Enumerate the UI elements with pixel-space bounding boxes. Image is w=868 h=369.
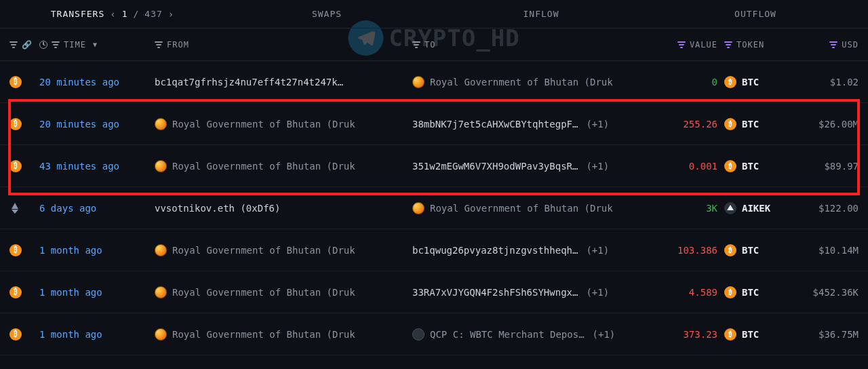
value-amount: 4.589 [689, 287, 717, 298]
bitcoin-icon: ₿ [724, 244, 736, 256]
filter-icon [724, 41, 732, 48]
token-icon [724, 202, 736, 214]
filter-icon [412, 41, 420, 48]
time-text: 6 days ago [39, 203, 96, 214]
time-text: 1 month ago [39, 245, 102, 256]
usd-value: $452.36K [813, 287, 859, 298]
entity-label: Royal Government of Bhutan (Druk [172, 287, 355, 298]
token-symbol: BTC [742, 245, 759, 256]
to-entity[interactable]: Royal Government of Bhutan (Druk [412, 76, 613, 88]
tab-inflow[interactable]: INFLOW [434, 9, 648, 19]
filter-icon [52, 41, 60, 48]
filter-icon [677, 41, 686, 48]
clock-icon [39, 41, 47, 49]
from-address[interactable]: bc1qat7gfrhsjz4nu7eff4t27n4t247k… [155, 77, 343, 88]
time-text: 43 minutes ago [39, 161, 119, 172]
token-symbol: AIKEK [742, 203, 770, 214]
entity-label: Royal Government of Bhutan (Druk [172, 161, 355, 172]
to-entity[interactable]: QCP C: WBTC Merchant Depos… [412, 328, 585, 341]
pager-sep: / [133, 9, 139, 19]
token-cell[interactable]: ₿BTC [724, 118, 759, 130]
pager-prev-icon[interactable]: ‹ [110, 9, 116, 20]
pager: ‹ 1 / 437 › [110, 9, 174, 20]
filter-icon [155, 41, 163, 48]
tabs-bar: TRANSFERS ‹ 1 / 437 › SWAPS INFLOW OUTFL… [0, 0, 868, 28]
table-header: 🔗 TIME ▼ FROM TO VALUE TOKEN USD [0, 28, 868, 61]
overflow-count: (+1) [586, 287, 609, 298]
token-cell[interactable]: AIKEK [724, 202, 770, 214]
from-entity[interactable]: Royal Government of Bhutan (Druk [155, 160, 355, 172]
pager-current: 1 [122, 9, 128, 19]
token-cell[interactable]: ₿BTC [724, 160, 759, 172]
overflow-count: (+1) [586, 119, 609, 130]
bitcoin-icon: ₿ [724, 160, 736, 172]
token-cell[interactable]: ₿BTC [724, 286, 759, 298]
header-from[interactable]: FROM [155, 40, 412, 50]
entity-badge-icon [412, 328, 425, 341]
usd-value: $26.00M [818, 119, 859, 130]
to-address[interactable]: bc1qwug26pvyaz8tjnzgvsthheqh… [412, 245, 578, 256]
tab-transfers[interactable]: TRANSFERS ‹ 1 / 437 › [5, 9, 220, 20]
table-row[interactable]: ₿1 month agoRoyal Government of Bhutan (… [0, 313, 868, 355]
header-usd[interactable]: USD [785, 40, 859, 50]
value-amount: 3K [706, 203, 717, 214]
from-entity[interactable]: Royal Government of Bhutan (Druk [155, 118, 355, 130]
table-row[interactable]: ₿43 minutes agoRoyal Government of Bhuta… [0, 145, 868, 187]
header-time[interactable]: TIME ▼ [39, 40, 155, 50]
tab-label: OUTFLOW [734, 9, 776, 19]
entity-badge-icon [155, 286, 167, 298]
to-address[interactable]: 38mbNK7j7et5cAHXwCBYtqhtegpF… [412, 119, 578, 130]
table-row[interactable]: ₿1 month agoRoyal Government of Bhutan (… [0, 229, 868, 271]
header-label: TIME [64, 40, 86, 50]
value-amount: 373.23 [683, 329, 717, 340]
from-entity[interactable]: Royal Government of Bhutan (Druk [155, 328, 355, 341]
header-token[interactable]: TOKEN [717, 40, 785, 50]
token-symbol: BTC [742, 329, 759, 340]
overflow-count: (+1) [586, 161, 609, 172]
token-cell[interactable]: ₿BTC [724, 76, 759, 88]
pager-next-icon[interactable]: › [168, 9, 174, 20]
tab-outflow[interactable]: OUTFLOW [648, 9, 863, 19]
value-amount: 0.001 [689, 161, 717, 172]
usd-value: $36.75M [818, 329, 859, 340]
bitcoin-icon: ₿ [724, 118, 736, 130]
to-address[interactable]: 33RA7xVJYGQN4F2shFSh6SYHwngx… [412, 287, 578, 298]
entity-label: Royal Government of Bhutan (Druk [430, 77, 613, 88]
filter-icon [829, 41, 837, 48]
bitcoin-icon: ₿ [9, 76, 22, 88]
entity-badge-icon [155, 160, 167, 172]
bitcoin-icon: ₿ [724, 328, 736, 341]
entity-label: QCP C: WBTC Merchant Depos… [430, 329, 585, 340]
from-entity[interactable]: Royal Government of Bhutan (Druk [155, 244, 355, 256]
table-row[interactable]: ₿20 minutes agoRoyal Government of Bhuta… [0, 103, 868, 145]
tab-label: TRANSFERS [51, 9, 104, 19]
tab-swaps[interactable]: SWAPS [220, 9, 434, 19]
to-entity[interactable]: Royal Government of Bhutan (Druk [412, 202, 613, 214]
link-icon[interactable]: 🔗 [22, 40, 33, 50]
ethereum-icon [9, 203, 20, 214]
token-cell[interactable]: ₿BTC [724, 244, 759, 256]
bitcoin-icon: ₿ [724, 286, 736, 298]
table-row[interactable]: 6 days agovvsotnikov.eth (0xDf6)Royal Go… [0, 187, 868, 229]
entity-label: Royal Government of Bhutan (Druk [430, 203, 613, 214]
token-symbol: BTC [742, 77, 759, 88]
overflow-count: (+1) [586, 245, 609, 256]
header-value[interactable]: VALUE [650, 40, 717, 50]
table-row[interactable]: ₿20 minutes agobc1qat7gfrhsjz4nu7eff4t27… [0, 61, 868, 103]
header-to[interactable]: TO [412, 40, 650, 50]
token-symbol: BTC [742, 287, 759, 298]
value-amount: 255.26 [683, 119, 717, 130]
filter-icon[interactable] [9, 41, 18, 48]
bitcoin-icon: ₿ [9, 328, 22, 341]
chevron-down-icon: ▼ [93, 41, 98, 48]
pager-total: 437 [144, 9, 162, 19]
value-amount: 103.386 [677, 245, 717, 256]
header-label: TO [425, 40, 435, 50]
table-row[interactable]: ₿1 month agoRoyal Government of Bhutan (… [0, 271, 868, 313]
from-entity[interactable]: Royal Government of Bhutan (Druk [155, 286, 355, 298]
entity-badge-icon [412, 76, 425, 88]
token-cell[interactable]: ₿BTC [724, 328, 759, 341]
from-address[interactable]: vvsotnikov.eth (0xDf6) [155, 203, 280, 214]
usd-value: $1.02 [830, 77, 859, 88]
to-address[interactable]: 351w2mEGwM6V7XH9odWPav3yBqsR… [412, 161, 578, 172]
